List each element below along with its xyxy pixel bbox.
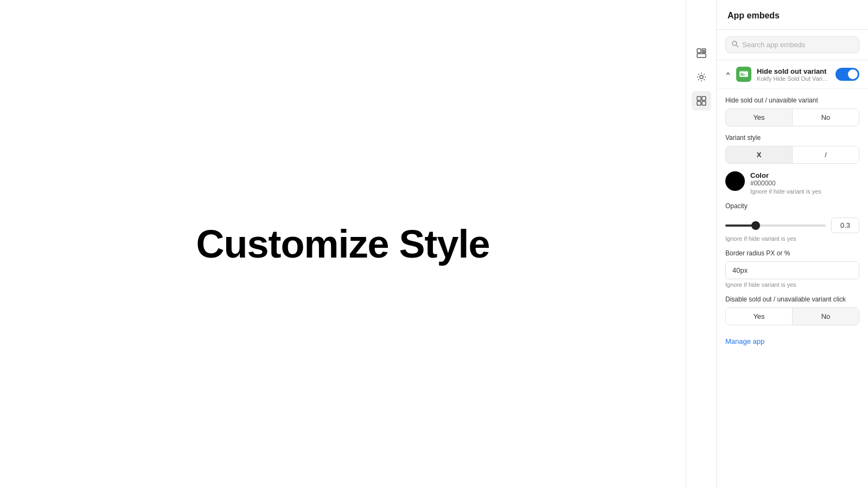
app-info: Hide sold out variant Kokfy Hide Sold Ou… <box>757 67 830 82</box>
search-icon <box>731 40 739 49</box>
disable-click-no-btn[interactable]: No <box>793 308 859 325</box>
opacity-label: Opacity <box>725 202 859 210</box>
panel-header: App embeds <box>717 0 868 30</box>
svg-rect-2 <box>702 52 706 53</box>
color-group: Color #000000 Ignore if hide variant is … <box>725 171 859 195</box>
svg-rect-12 <box>739 71 748 73</box>
disable-click-toggle: Yes No <box>725 307 859 325</box>
color-info: Color #000000 Ignore if hide variant is … <box>750 171 821 195</box>
svg-rect-1 <box>702 49 706 50</box>
embed-toggle[interactable] <box>835 68 859 81</box>
style-x-btn[interactable]: X <box>726 146 793 163</box>
icon-sidebar <box>686 0 716 488</box>
svg-rect-13 <box>741 73 743 74</box>
color-note: Ignore if hide variant is yes <box>750 188 821 195</box>
disable-click-label: Disable sold out / unavailable variant c… <box>725 296 859 303</box>
svg-rect-7 <box>697 101 701 105</box>
layout-icon-button[interactable] <box>692 43 711 63</box>
apps-icon-button[interactable] <box>692 91 711 111</box>
page-title: Customize Style <box>196 222 489 266</box>
svg-rect-5 <box>697 97 701 100</box>
app-sub: Kokfy Hide Sold Out Varia... <box>757 75 830 82</box>
hide-variant-no-btn[interactable]: No <box>793 109 859 126</box>
svg-line-10 <box>737 46 739 48</box>
opacity-input[interactable]: 0.3 <box>831 217 859 233</box>
svg-point-4 <box>700 75 703 79</box>
color-label: Color <box>750 171 821 179</box>
hide-variant-toggle: Yes No <box>725 108 859 126</box>
hide-variant-yes-btn[interactable]: Yes <box>726 109 793 126</box>
app-name: Hide sold out variant <box>757 67 830 75</box>
svg-rect-8 <box>702 101 706 105</box>
opacity-note: Ignore if hide variant is yes <box>725 235 859 242</box>
settings-area: Hide sold out / unavaible variant Yes No… <box>717 89 868 333</box>
border-radius-label: Border radius PX or % <box>725 249 859 257</box>
color-swatch[interactable] <box>725 171 745 191</box>
border-note: Ignore if hide variant is yes <box>725 281 859 288</box>
search-container <box>717 30 868 60</box>
disable-click-yes-btn[interactable]: Yes <box>726 308 793 325</box>
border-radius-input[interactable]: 40px <box>725 261 859 279</box>
opacity-slider-track[interactable] <box>725 224 826 227</box>
variant-style-group: Variant style X / <box>725 134 859 164</box>
opacity-slider-thumb[interactable] <box>751 221 760 230</box>
svg-rect-6 <box>702 97 706 100</box>
svg-rect-14 <box>741 74 745 75</box>
chevron-up-icon[interactable] <box>725 70 731 78</box>
manage-app-link[interactable]: Manage app <box>717 333 868 354</box>
embed-item-header: Hide sold out variant Kokfy Hide Sold Ou… <box>717 60 868 89</box>
settings-icon-button[interactable] <box>692 67 711 87</box>
search-input[interactable] <box>742 41 853 49</box>
opacity-group: Opacity 0.3 Ignore if hide variant is ye… <box>725 202 859 242</box>
disable-click-group: Disable sold out / unavailable variant c… <box>725 296 859 325</box>
svg-point-9 <box>732 41 737 46</box>
variant-style-label: Variant style <box>725 134 859 142</box>
hide-variant-group: Hide sold out / unavaible variant Yes No <box>725 97 859 126</box>
opacity-controls: 0.3 <box>725 217 859 233</box>
style-slash-btn[interactable]: / <box>793 146 859 163</box>
embeds-panel: App embeds <box>716 0 868 488</box>
hide-variant-label: Hide sold out / unavaible variant <box>725 97 859 104</box>
border-radius-group: Border radius PX or % 40px Ignore if hid… <box>725 249 859 288</box>
svg-rect-3 <box>697 54 706 57</box>
color-hex: #000000 <box>750 179 821 187</box>
panel-title: App embeds <box>727 11 780 20</box>
svg-rect-0 <box>697 49 701 53</box>
search-box <box>725 36 859 53</box>
app-icon <box>736 67 751 82</box>
variant-style-toggle: X / <box>725 146 859 164</box>
